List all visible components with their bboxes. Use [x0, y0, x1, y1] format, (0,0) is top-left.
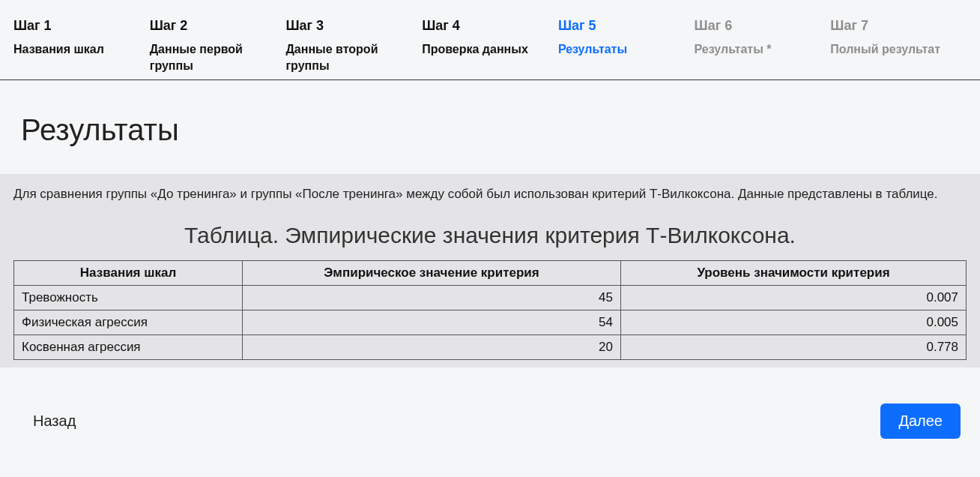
- cell-scale-name: Косвенная агрессия: [14, 334, 243, 359]
- step-subtitle: Проверка данных: [422, 41, 549, 58]
- th-significance-level: Уровень значимости критерия: [621, 260, 967, 285]
- footer-nav: Назад Далее: [0, 368, 980, 439]
- step-3[interactable]: Шаг 3Данные второй группы: [285, 18, 422, 80]
- step-title: Шаг 7: [830, 18, 958, 34]
- results-table: Названия шкал Эмпирическое значение крит…: [13, 260, 967, 360]
- step-subtitle: Данные первой группы: [150, 41, 277, 74]
- th-empirical-value: Эмпирическое значение критерия: [243, 260, 621, 285]
- step-7[interactable]: Шаг 7Полный результат: [830, 18, 967, 80]
- table-row: Физическая агрессия540.005: [14, 310, 967, 334]
- table-row: Косвенная агрессия200.778: [14, 334, 967, 359]
- step-subtitle: Результаты *: [695, 41, 822, 58]
- step-subtitle: Названия шкал: [13, 41, 141, 58]
- back-button[interactable]: Назад: [33, 412, 76, 430]
- step-title: Шаг 2: [150, 18, 277, 34]
- step-6[interactable]: Шаг 6Результаты *: [695, 18, 831, 80]
- step-title: Шаг 6: [695, 18, 822, 34]
- cell-empirical-value: 20: [243, 334, 621, 359]
- results-table-wrap: Таблица. Эмпирические значения критерия …: [0, 215, 980, 368]
- cell-significance: 0.007: [621, 285, 967, 310]
- step-subtitle: Полный результат: [830, 41, 958, 58]
- th-scale-names: Названия шкал: [14, 260, 243, 285]
- cell-scale-name: Физическая агрессия: [14, 310, 243, 334]
- table-row: Тревожность450.007: [14, 285, 967, 310]
- page-title: Результаты: [0, 80, 980, 174]
- step-5[interactable]: Шаг 5Результаты: [558, 18, 695, 80]
- cell-empirical-value: 54: [243, 310, 621, 334]
- step-subtitle: Результаты: [558, 41, 686, 58]
- cell-significance: 0.778: [621, 334, 967, 359]
- step-title: Шаг 4: [422, 18, 549, 34]
- next-button[interactable]: Далее: [880, 404, 961, 439]
- results-description: Для сравнения группы «До тренинга» и гру…: [0, 174, 980, 214]
- cell-scale-name: Тревожность: [14, 285, 243, 310]
- step-subtitle: Данные второй группы: [285, 41, 413, 74]
- step-1[interactable]: Шаг 1Названия шкал: [13, 18, 150, 80]
- cell-significance: 0.005: [621, 310, 967, 334]
- steps-nav: Шаг 1Названия шкалШаг 2Данные первой гру…: [0, 0, 980, 80]
- cell-empirical-value: 45: [243, 285, 621, 310]
- step-4[interactable]: Шаг 4Проверка данных: [422, 18, 558, 80]
- table-caption: Таблица. Эмпирические значения критерия …: [13, 215, 967, 260]
- step-title: Шаг 3: [285, 18, 413, 34]
- step-title: Шаг 5: [558, 18, 686, 34]
- step-title: Шаг 1: [13, 18, 141, 34]
- step-2[interactable]: Шаг 2Данные первой группы: [150, 18, 286, 80]
